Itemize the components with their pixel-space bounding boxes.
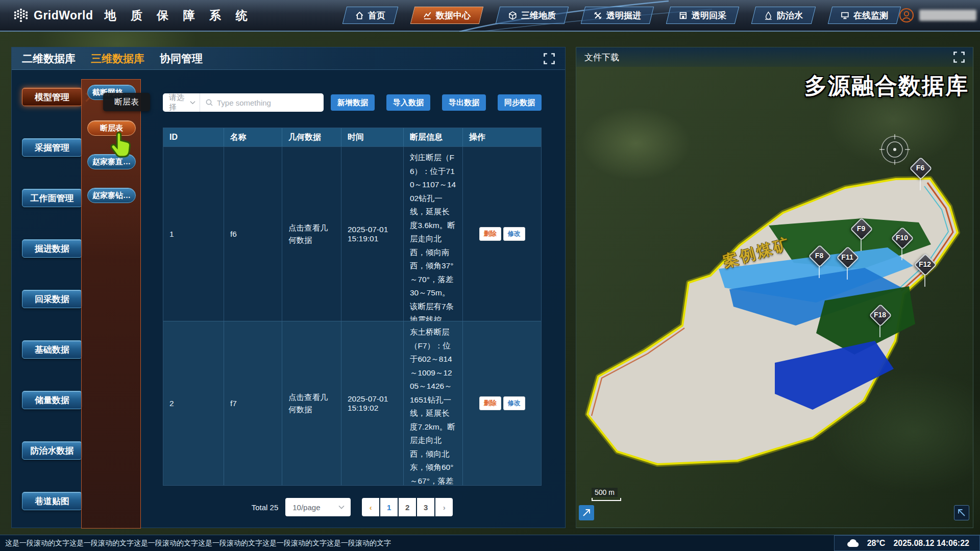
page-size-select[interactable]: 10/page <box>285 498 351 516</box>
geological-model <box>576 47 973 528</box>
scale-bar <box>592 498 621 501</box>
delete-button[interactable]: 删除 <box>479 396 501 410</box>
pagination: Total 25 10/page ‹ 1 2 3 › <box>163 498 542 516</box>
main-nav: 首页 数据中心 三维地质 透明掘进 透明回采 防治水 在线监测 <box>345 7 899 24</box>
fault-marker-f10[interactable]: F10 <box>891 227 913 249</box>
map-corner-expand-button[interactable] <box>579 505 594 520</box>
fault-marker-f12[interactable]: F12 <box>914 253 936 276</box>
sidebar-item-reserve-data[interactable]: 储量数据 <box>22 391 82 409</box>
nav-item-water-control[interactable]: 防治水 <box>751 7 816 24</box>
sidebar-item-basic-data[interactable]: 基础数据 <box>22 340 82 359</box>
cloud-icon <box>847 539 859 547</box>
nav-item-home[interactable]: 首页 <box>342 7 398 24</box>
sidebar-item-extraction-data[interactable]: 回采数据 <box>22 290 82 308</box>
username-blurred[interactable] <box>919 10 976 21</box>
map-3d-view[interactable]: 文件下载 多源融合数据库 案例煤矿 F6 F9 F10 F8 F11 F12 F… <box>576 47 973 528</box>
fault-marker-f9[interactable]: F9 <box>850 217 872 240</box>
fault-marker-f6[interactable]: F6 <box>909 157 932 179</box>
nav-item-online-monitoring[interactable]: 在线监测 <box>828 7 901 24</box>
add-data-button[interactable]: 新增数据 <box>331 94 375 111</box>
pickaxe-icon <box>594 11 602 20</box>
tab-2d-database[interactable]: 二维数据库 <box>22 52 76 66</box>
import-data-button[interactable]: 导入数据 <box>386 94 430 111</box>
table-row: 1 f6 点击查看几何数据 2025-07-01 15:19:01 刘庄断层（F… <box>163 146 541 321</box>
sidebar-item-water-data[interactable]: 防治水数据 <box>22 441 82 460</box>
next-page-button[interactable]: › <box>435 498 453 516</box>
user-avatar-icon[interactable] <box>899 8 914 23</box>
edit-button[interactable]: 修改 <box>503 396 525 410</box>
fault-marker-f18[interactable]: F18 <box>869 304 891 326</box>
submenu-tooltip: 断层表 <box>103 93 150 111</box>
compass-control[interactable] <box>878 133 911 166</box>
model-submenu: 截断网格… 断层表 赵家寨直… 赵家寨钻… 断层表 <box>81 79 141 529</box>
map-watermark-title: 多源融合数据库 <box>804 71 969 101</box>
submenu-item-zhaojiazhai-2[interactable]: 赵家寨钻… <box>87 188 136 203</box>
arrow-nw-icon <box>957 508 966 517</box>
cell-fault-info: 东土桥断层（F7）：位于602～814～1009～1205～1426～1651钻… <box>404 321 463 485</box>
total-count: Total 25 <box>252 503 279 512</box>
submenu-item-zhaojiazhai-1[interactable]: 赵家寨直… <box>87 154 136 169</box>
nav-item-3d-geology[interactable]: 三维地质 <box>496 7 569 24</box>
cell-fault-info: 刘庄断层（F6）：位于710～1107～1402钻孔一线，延展长度3.6km。断… <box>404 147 463 321</box>
page-button-1[interactable]: 1 <box>380 498 398 516</box>
map-corner-collapse-button[interactable] <box>954 505 969 520</box>
weather-time-group: 28°C 2025.08.12 14:06:22 <box>834 535 980 551</box>
data-center-icon <box>423 11 432 20</box>
col-header-id: ID <box>163 128 224 146</box>
datetime: 2025.08.12 14:06:22 <box>893 539 969 548</box>
fault-data-table: ID 名称 几何数据 时间 断层信息 操作 1 f6 点击查看几何数据 2025… <box>163 128 542 486</box>
table-header-row: ID 名称 几何数据 时间 断层信息 操作 <box>163 128 541 146</box>
sidebar-item-mining-mgmt[interactable]: 采掘管理 <box>22 138 82 157</box>
fault-marker-f8[interactable]: F8 <box>808 244 830 267</box>
cell-time: 2025-07-01 15:19:01 <box>341 147 404 321</box>
map-header-bar: 文件下载 <box>576 47 973 67</box>
temperature: 28°C <box>867 539 886 548</box>
gridworld-logo-icon <box>13 8 29 23</box>
fault-marker-f11[interactable]: F11 <box>836 246 859 268</box>
nav-item-transparent-extraction[interactable]: 透明回采 <box>666 7 739 24</box>
user-zone <box>899 8 980 23</box>
tab-3d-database[interactable]: 三维数据库 <box>91 52 144 66</box>
sync-data-button[interactable]: 同步数据 <box>498 94 542 111</box>
edit-button[interactable]: 修改 <box>503 227 525 241</box>
search-box <box>200 93 324 112</box>
col-header-fault-info: 断层信息 <box>404 128 463 146</box>
prev-page-button[interactable]: ‹ <box>362 498 379 516</box>
map-fullscreen-icon[interactable] <box>953 52 965 63</box>
database-panel: 二维数据库 三维数据库 协同管理 模型管理 采掘管理 工作面管理 掘进数据 回采… <box>11 47 566 528</box>
sidebar-item-tunneling-data[interactable]: 掘进数据 <box>22 239 82 258</box>
view-geometry-link[interactable]: 点击查看几何数据 <box>288 391 335 416</box>
brand: GridWorld <box>13 8 93 23</box>
panel-fullscreen-icon[interactable] <box>544 53 555 64</box>
home-icon <box>355 11 364 20</box>
scrolling-notice-text: 这是一段滚动的文字这是一段滚动的文字这是一段滚动的文字这是一段滚动的文字这是一段… <box>0 539 391 548</box>
page-button-2[interactable]: 2 <box>399 498 416 516</box>
nav-item-transparent-mining[interactable]: 透明掘进 <box>581 7 654 24</box>
submenu-item-fault-table[interactable]: 断层表 <box>87 120 136 136</box>
map-scale: 500 m <box>592 488 621 501</box>
filter-select[interactable]: 请选择 <box>163 93 200 112</box>
select-chevron-icon <box>190 101 195 105</box>
page-button-3[interactable]: 3 <box>417 498 434 516</box>
view-geometry-link[interactable]: 点击查看几何数据 <box>288 222 335 246</box>
search-input[interactable] <box>217 98 318 107</box>
delete-button[interactable]: 删除 <box>479 227 501 241</box>
arrow-ne-icon <box>582 508 591 517</box>
sidebar-item-model-mgmt[interactable]: 模型管理 <box>22 88 82 106</box>
pager: ‹ 1 2 3 › <box>362 498 453 516</box>
sidebar-item-workface-mgmt[interactable]: 工作面管理 <box>22 189 82 207</box>
system-title: 地 质 保 障 系 统 <box>105 8 253 23</box>
cell-time: 2025-07-01 15:19:02 <box>341 321 404 485</box>
nav-item-data-center[interactable]: 数据中心 <box>410 7 483 24</box>
brand-name: GridWorld <box>34 9 93 22</box>
table-content: 请选择 新增数据 导入数据 导出数据 同步数据 ID 名称 几何数据 时间 断层… <box>163 79 542 516</box>
select-chevron-icon <box>338 505 345 509</box>
water-icon <box>764 11 773 20</box>
cell-id: 1 <box>163 147 224 321</box>
file-download-button[interactable]: 文件下载 <box>584 52 619 63</box>
status-bar: 这是一段滚动的文字这是一段滚动的文字这是一段滚动的文字这是一段滚动的文字这是一段… <box>0 535 980 551</box>
tab-collaboration[interactable]: 协同管理 <box>160 52 203 66</box>
cell-name: f7 <box>224 321 282 485</box>
export-data-button[interactable]: 导出数据 <box>442 94 486 111</box>
sidebar-item-roadway-map[interactable]: 巷道贴图 <box>22 492 82 510</box>
